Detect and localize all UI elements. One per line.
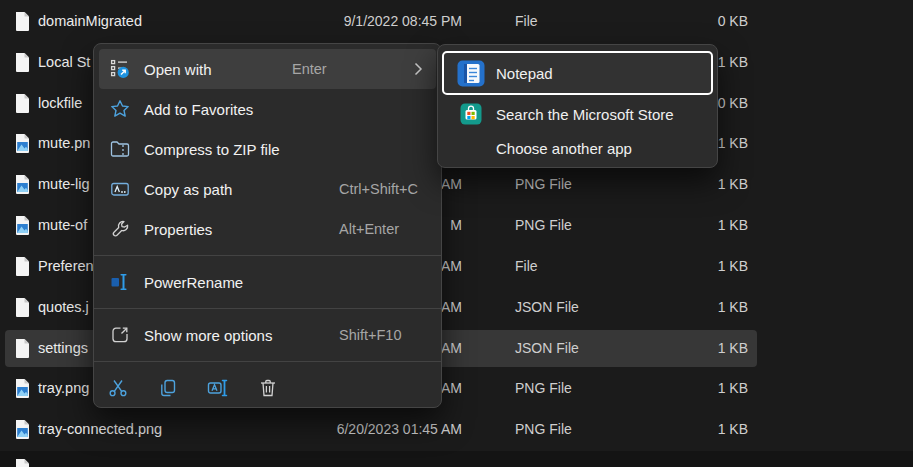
copy-path-icon	[109, 179, 131, 199]
file-type: JSON File	[515, 287, 579, 327]
document-icon	[14, 93, 31, 114]
document-icon	[14, 11, 31, 32]
menu-shortcut: Shift+F10	[339, 315, 401, 355]
menu-item-label: Open with	[144, 61, 212, 78]
submenu-item-label: Choose another app	[496, 140, 632, 157]
cut-button[interactable]	[101, 371, 135, 405]
power-rename-icon	[109, 272, 131, 292]
file-size: 1 KB	[640, 164, 748, 204]
menu-divider	[94, 361, 441, 362]
file-explorer-window: { "colors": { "background": "#1b1b1b", "…	[0, 0, 913, 467]
menu-item-label: Add to Favorites	[144, 101, 253, 118]
menu-item-properties[interactable]: PropertiesAlt+Enter	[99, 209, 436, 249]
image-file-icon	[14, 378, 31, 399]
date-modified: 6/20/2023 01:45 AM	[300, 409, 462, 449]
file-name: tray-connected.png	[38, 409, 162, 449]
file-name: quotes.j	[38, 287, 89, 327]
file-size: 0 KB	[640, 1, 748, 41]
menu-item-show-more-options[interactable]: Show more optionsShift+F10	[99, 315, 436, 355]
menu-item-add-to-favorites[interactable]: Add to Favorites	[99, 89, 436, 129]
menu-item-label: Copy as path	[144, 181, 232, 198]
document-icon	[14, 52, 31, 73]
file-name: lockfile	[38, 83, 82, 123]
menu-item-compress-to-zip-file[interactable]: Compress to ZIP file	[99, 129, 436, 169]
file-size: 1 KB	[640, 287, 748, 327]
menu-item-label: Show more options	[144, 327, 272, 344]
menu-shortcut: Enter	[292, 49, 327, 89]
document-icon	[14, 458, 31, 467]
menu-item-copy-as-path[interactable]: Copy as pathCtrl+Shift+C	[99, 169, 436, 209]
show-more-icon	[109, 325, 131, 345]
file-name: mute-of	[38, 205, 87, 245]
menu-item-label: Properties	[144, 221, 212, 238]
copy-button[interactable]	[151, 371, 185, 405]
star-icon	[109, 99, 131, 119]
context-menu: Open withEnterAdd to Favorites Compress …	[93, 43, 442, 408]
window-bottom-edge	[0, 451, 913, 467]
menu-divider	[94, 308, 441, 309]
image-file-icon	[14, 419, 31, 440]
wrench-icon	[109, 219, 131, 239]
delete-button[interactable]	[251, 371, 285, 405]
menu-divider	[94, 255, 441, 256]
file-size: 1 KB	[640, 409, 748, 449]
menu-item-open-with[interactable]: Open withEnter	[99, 49, 436, 89]
open-with-icon	[109, 59, 131, 79]
file-type: PNG File	[515, 205, 572, 245]
file-size: 1 KB	[640, 328, 748, 368]
file-row-domainmigrated[interactable]: domainMigrated9/1/2022 08:45 PMFile0 KB	[0, 1, 762, 41]
file-row-tray-connected-png[interactable]: tray-connected.png6/20/2023 01:45 AMPNG …	[0, 409, 762, 449]
file-type: File	[515, 1, 538, 41]
submenu-item-choose-another-app[interactable]: Choose another app	[442, 131, 713, 165]
menu-shortcut: Alt+Enter	[339, 209, 399, 249]
document-icon	[14, 256, 31, 277]
file-type: JSON File	[515, 328, 579, 368]
quick-actions-row	[94, 368, 441, 408]
file-type: PNG File	[515, 164, 572, 204]
chevron-right-icon	[414, 62, 423, 76]
menu-item-label: PowerRename	[144, 274, 243, 291]
file-name: mute.pn	[38, 123, 90, 163]
file-type: File	[515, 246, 538, 286]
file-type: PNG File	[515, 368, 572, 408]
file-type: PNG File	[515, 409, 572, 449]
file-name: Preferen	[38, 246, 94, 286]
open-with-submenu: Notepad Search the Microsoft StoreChoose…	[437, 44, 718, 168]
submenu-item-notepad[interactable]: Notepad	[442, 51, 713, 95]
file-name: settings	[38, 328, 88, 368]
file-name: tray.png	[38, 368, 89, 408]
zip-folder-icon	[109, 139, 131, 159]
submenu-item-search-the-microsoft-store[interactable]: Search the Microsoft Store	[442, 97, 713, 131]
store-icon	[456, 100, 486, 128]
document-icon	[14, 297, 31, 318]
menu-shortcut: Ctrl+Shift+C	[339, 169, 418, 209]
image-file-icon	[14, 215, 31, 236]
file-size: 1 KB	[640, 368, 748, 408]
file-name: domainMigrated	[38, 1, 142, 41]
file-name: mute-lig	[38, 164, 90, 204]
rename-button[interactable]	[201, 371, 235, 405]
submenu-item-label: Notepad	[496, 65, 553, 82]
image-file-icon	[14, 174, 31, 195]
file-name: Local St	[38, 42, 90, 82]
notepad-icon	[456, 59, 486, 87]
file-size: 1 KB	[640, 205, 748, 245]
date-modified: 9/1/2022 08:45 PM	[300, 1, 462, 41]
menu-item-powerrename[interactable]: PowerRename	[99, 262, 436, 302]
document-icon	[14, 338, 31, 359]
image-file-icon	[14, 133, 31, 154]
submenu-item-label: Search the Microsoft Store	[496, 106, 674, 123]
file-size: 1 KB	[640, 246, 748, 286]
menu-item-label: Compress to ZIP file	[144, 141, 280, 158]
